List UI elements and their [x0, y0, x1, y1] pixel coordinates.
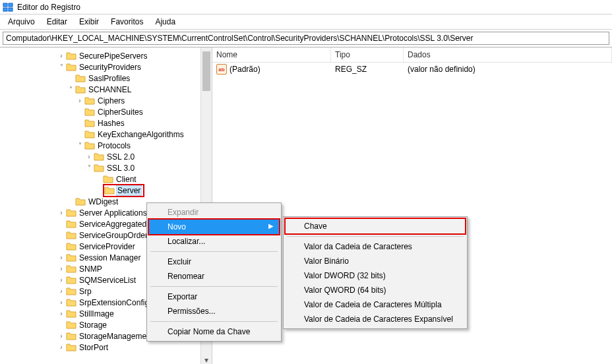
expand-toggle-icon[interactable]: ›: [75, 97, 84, 104]
col-header-name[interactable]: Nome: [212, 47, 331, 62]
folder-icon: [75, 73, 86, 84]
svg-rect-3: [9, 8, 13, 11]
folder-icon: [66, 331, 76, 342]
menu-edit[interactable]: Editar: [42, 16, 73, 28]
folder-icon: [66, 342, 76, 353]
address-input[interactable]: [3, 32, 609, 45]
tree-item-label: StorageManagement: [78, 332, 154, 341]
folder-icon: [66, 320, 76, 330]
expand-toggle-icon[interactable]: ˅: [84, 164, 94, 171]
tree-item-client[interactable]: Client: [0, 173, 212, 185]
expand-toggle-icon[interactable]: ›: [57, 332, 66, 340]
tree-item-label: Server Applications: [78, 208, 148, 218]
tree-item-label: SaslProfiles: [87, 74, 131, 83]
context-submenu-novo[interactable]: ChaveValor da Cadeia de CaracteresValor …: [283, 216, 468, 329]
context-menu[interactable]: ExpandirNovo▶Localizar...ExcluirRenomear…: [146, 202, 282, 342]
menu-help[interactable]: Ajuda: [150, 16, 181, 28]
tree-item-label: StorPort: [78, 343, 109, 352]
menu-item-permiss-es-[interactable]: Permissões...: [149, 304, 279, 318]
tree-item-securityproviders[interactable]: ˅SecurityProviders: [0, 61, 212, 73]
regedit-icon: [3, 2, 13, 13]
menu-item-valor-de-cadeia-de-caracteres-m-ltipla[interactable]: Valor de Cadeia de Caracteres Múltipla: [286, 297, 465, 312]
tree-item-ssl-3-0[interactable]: ˅SSL 3.0: [0, 162, 212, 173]
menu-item-label: Expandir: [168, 208, 199, 217]
menu-item-localizar-[interactable]: Localizar...: [149, 234, 279, 249]
expand-toggle-icon[interactable]: ›: [57, 310, 66, 317]
menu-view[interactable]: Exibir: [74, 16, 104, 28]
expand-toggle-icon[interactable]: ›: [57, 288, 66, 295]
tree-item-label: Srp: [78, 287, 93, 296]
folder-icon: [103, 174, 113, 185]
expand-toggle-icon[interactable]: ›: [57, 254, 66, 261]
tree-item-label: SQMServiceList: [78, 276, 137, 285]
expand-toggle-icon[interactable]: ›: [57, 276, 66, 284]
expand-toggle-icon[interactable]: ›: [57, 265, 66, 272]
tree-item-label: SNMP: [78, 264, 104, 274]
menu-item-valor-bin-rio[interactable]: Valor Binário: [286, 254, 465, 268]
menu-file[interactable]: Arquivo: [3, 16, 40, 28]
value-data: (valor não definido): [408, 65, 608, 74]
menu-item-copiar-nome-da-chave[interactable]: Copiar Nome da Chave: [149, 324, 279, 339]
folder-icon: [94, 152, 104, 162]
scroll-thumb[interactable]: [202, 51, 210, 91]
menu-divider: [150, 286, 278, 287]
svg-rect-1: [9, 3, 13, 7]
menu-item-label: Exportar: [168, 292, 197, 301]
menu-item-exportar[interactable]: Exportar: [149, 289, 279, 304]
menu-item-label: Chave: [304, 222, 327, 231]
menu-item-label: Renomear: [168, 272, 204, 281]
tree-item-label: WDigest: [87, 197, 119, 206]
tree-item-label: StillImage: [78, 309, 115, 318]
tree-item-schannel[interactable]: ˅SCHANNEL: [0, 84, 212, 95]
folder-icon: [66, 253, 76, 263]
expand-toggle-icon[interactable]: ›: [84, 153, 94, 160]
expand-toggle-icon[interactable]: ˅: [66, 86, 75, 93]
tree-item-label: Protocols: [96, 141, 132, 150]
menu-item-label: Copiar Nome da Chave: [168, 327, 250, 336]
tree-item-label: SSL 2.0: [106, 152, 136, 162]
list-header: Nome Tipo Dados: [212, 47, 612, 63]
expand-toggle-icon[interactable]: ›: [57, 209, 66, 216]
tree-item-securepipeservers[interactable]: ›SecurePipeServers: [0, 50, 212, 61]
scroll-down-icon[interactable]: ▾: [201, 354, 212, 364]
col-header-data[interactable]: Dados: [404, 47, 612, 62]
menubar: Arquivo Editar Exibir Favoritos Ajuda: [0, 15, 612, 30]
window-title: Editor do Registro: [17, 3, 80, 12]
menu-item-label: Valor de Cadeia de Caracteres Múltipla: [304, 300, 442, 309]
list-row[interactable]: ab(Padrão)REG_SZ(valor não definido): [212, 63, 612, 76]
tree-item-server[interactable]: Server: [0, 185, 212, 196]
menu-item-chave[interactable]: Chave: [286, 219, 465, 233]
menu-item-expandir: Expandir: [149, 205, 279, 220]
menu-item-excluir[interactable]: Excluir: [149, 255, 279, 269]
folder-icon: [84, 140, 95, 151]
tree-item-hashes[interactable]: Hashes: [0, 117, 212, 129]
menu-item-label: Excluir: [168, 257, 191, 266]
menu-favorites[interactable]: Favoritos: [106, 16, 148, 28]
tree-item-ciphersuites[interactable]: CipherSuites: [0, 106, 212, 117]
folder-icon: [66, 62, 76, 73]
tree-item-keyexchangealgorithms[interactable]: KeyExchangeAlgorithms: [0, 129, 212, 140]
value-type: REG_SZ: [335, 65, 408, 74]
menu-item-renomear[interactable]: Renomear: [149, 269, 279, 284]
tree-item-protocols[interactable]: ˅Protocols: [0, 140, 212, 151]
menu-item-valor-da-cadeia-de-caracteres[interactable]: Valor da Cadeia de Caracteres: [286, 239, 465, 254]
menu-item-label: Valor de Cadeia de Caracteres Expansível: [304, 315, 453, 324]
menu-item-valor-dword-32-bits-[interactable]: Valor DWORD (32 bits): [286, 268, 465, 283]
tree-item-ciphers[interactable]: ›Ciphers: [0, 95, 212, 106]
folder-icon: [84, 107, 95, 117]
svg-rect-2: [3, 8, 7, 11]
menu-divider: [150, 251, 278, 252]
expand-toggle-icon[interactable]: ˅: [57, 63, 66, 71]
tree-item-ssl-2-0[interactable]: ›SSL 2.0: [0, 151, 212, 162]
expand-toggle-icon[interactable]: ›: [57, 299, 66, 306]
menu-item-novo[interactable]: Novo▶: [149, 220, 279, 234]
tree-item-label: SCHANNEL: [87, 85, 133, 94]
menu-item-valor-qword-64-bits-[interactable]: Valor QWORD (64 bits): [286, 283, 465, 297]
expand-toggle-icon[interactable]: ›: [57, 344, 66, 351]
tree-item-saslprofiles[interactable]: SaslProfiles: [0, 73, 212, 84]
tree-item-storport[interactable]: ›StorPort: [0, 342, 212, 353]
expand-toggle-icon[interactable]: ›: [57, 52, 66, 59]
expand-toggle-icon[interactable]: ˅: [75, 142, 84, 149]
menu-item-valor-de-cadeia-de-caracteres-expans-vel[interactable]: Valor de Cadeia de Caracteres Expansível: [286, 312, 465, 326]
col-header-type[interactable]: Tipo: [331, 47, 404, 62]
